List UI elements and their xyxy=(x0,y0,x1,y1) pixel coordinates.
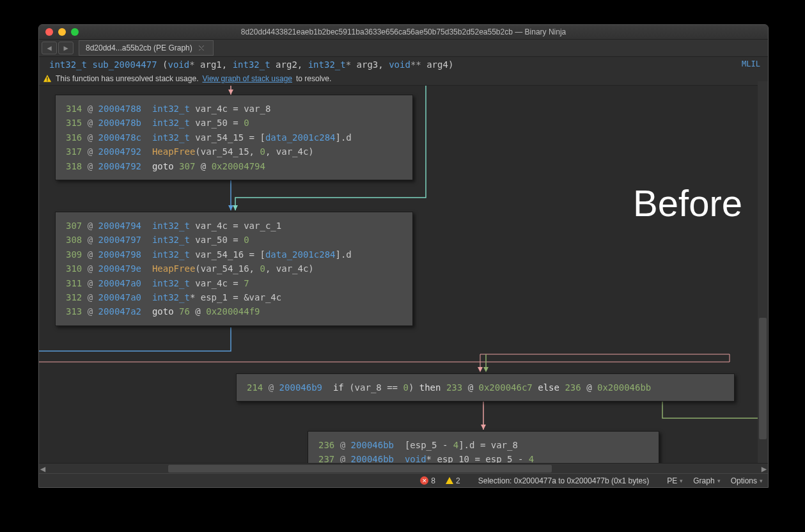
il-instruction[interactable]: 314 @ 20004788 int32_t var_4c = var_8 xyxy=(66,102,402,116)
cfg-block-3[interactable]: 214 @ 200046b9 if (var_8 == 0) then 233 … xyxy=(236,373,735,402)
minimize-window-button[interactable] xyxy=(58,28,66,36)
file-tab[interactable]: 8d20dd4...a55b2cb (PE Graph) ⛌ xyxy=(79,40,214,56)
overlay-label: Before xyxy=(633,182,742,224)
svg-marker-10 xyxy=(483,367,488,372)
il-instruction[interactable]: 309 @ 20004798 int32_t var_54_16 = [data… xyxy=(66,247,402,262)
vertical-scrollbar-thumb[interactable] xyxy=(759,318,767,439)
arch-dropdown[interactable]: PE xyxy=(662,476,688,485)
nav-back-button[interactable]: ◀ xyxy=(42,42,57,54)
error-count[interactable]: ✕ 8 xyxy=(415,476,441,485)
vertical-scrollbar[interactable] xyxy=(758,81,768,463)
svg-rect-2 xyxy=(47,81,47,81)
toolbar: ◀ ▶ 8d20dd4...a55b2cb (PE Graph) ⛌ xyxy=(39,40,768,57)
window-title: 8d20dd4433821eaeb1b2bec5911ba3633e656ca5… xyxy=(39,27,768,36)
svg-marker-8 xyxy=(478,367,483,372)
cfg-graph-canvas[interactable]: 314 @ 20004788 int32_t var_4c = var_8315… xyxy=(39,86,768,469)
zoom-window-button[interactable] xyxy=(71,28,79,36)
nav-forward-button[interactable]: ▶ xyxy=(58,42,74,54)
view-dropdown[interactable]: Graph xyxy=(688,476,725,485)
il-instruction[interactable]: 214 @ 200046b9 if (var_8 == 0) then 233 … xyxy=(247,380,724,395)
tab-close-button[interactable]: ⛌ xyxy=(198,43,207,53)
traffic-lights xyxy=(39,28,79,36)
selection-info: Selection: 0x2000477a to 0x2000477b (0x1… xyxy=(465,476,662,485)
app-window: 8d20dd4433821eaeb1b2bec5911ba3633e656ca5… xyxy=(38,24,769,488)
il-instruction[interactable]: 312 @ 200047a0 int32_t* esp_1 = &var_4c xyxy=(66,290,402,304)
warning-icon xyxy=(446,477,453,484)
titlebar: 8d20dd4433821eaeb1b2bec5911ba3633e656ca5… xyxy=(39,25,768,40)
svg-marker-6 xyxy=(228,205,233,210)
tab-label: 8d20dd4...a55b2cb (PE Graph) xyxy=(86,43,192,52)
il-instruction[interactable]: 316 @ 2000478c int32_t var_54_15 = [data… xyxy=(66,130,402,145)
cfg-block-2[interactable]: 307 @ 20004794 int32_t var_4c = var_c_13… xyxy=(55,212,413,326)
il-instruction[interactable]: 313 @ 200047a2 goto 76 @ 0x200044f9 xyxy=(66,304,402,318)
stack-usage-link[interactable]: View graph of stack usage xyxy=(202,74,292,83)
il-instruction[interactable]: 318 @ 20004792 goto 307 @ 0x20004794 xyxy=(66,159,402,173)
options-dropdown[interactable]: Options xyxy=(726,476,768,485)
warning-count[interactable]: 2 xyxy=(441,476,465,485)
il-instruction[interactable]: 311 @ 200047a0 int32_t var_4c = 7 xyxy=(66,276,402,290)
warning-banner: This function has unresolved stack usage… xyxy=(39,72,768,86)
il-instruction[interactable]: 310 @ 2000479e HeapFree(var_54_16, 0, va… xyxy=(66,262,402,276)
cfg-block-1[interactable]: 314 @ 20004788 int32_t var_4c = var_8315… xyxy=(55,95,413,180)
status-bar: ✕ 8 2 Selection: 0x2000477a to 0x2000477… xyxy=(39,473,768,487)
function-signature: int32_t sub_20004477 (void* arg1, int32_… xyxy=(39,57,768,72)
svg-rect-1 xyxy=(47,77,47,79)
horizontal-scrollbar[interactable]: ◀ ▶ xyxy=(39,463,768,473)
il-instruction[interactable]: 307 @ 20004794 int32_t var_4c = var_c_1 xyxy=(66,219,402,233)
horizontal-scrollbar-thumb[interactable] xyxy=(168,465,552,473)
il-instruction[interactable]: 236 @ 200046bb [esp_5 - 4].d = var_8 xyxy=(318,438,648,452)
il-mode-indicator[interactable]: MLIL xyxy=(742,59,760,68)
svg-marker-4 xyxy=(228,90,233,95)
il-instruction[interactable]: 308 @ 20004797 int32_t var_50 = 0 xyxy=(66,233,402,247)
il-instruction[interactable]: 315 @ 2000478b int32_t var_50 = 0 xyxy=(66,116,402,130)
error-icon: ✕ xyxy=(420,476,428,485)
close-window-button[interactable] xyxy=(45,28,53,36)
svg-marker-7 xyxy=(233,205,238,210)
il-instruction[interactable]: 317 @ 20004792 HeapFree(var_54_15, 0, va… xyxy=(66,145,402,159)
svg-marker-12 xyxy=(481,425,486,430)
warning-icon xyxy=(43,74,52,83)
